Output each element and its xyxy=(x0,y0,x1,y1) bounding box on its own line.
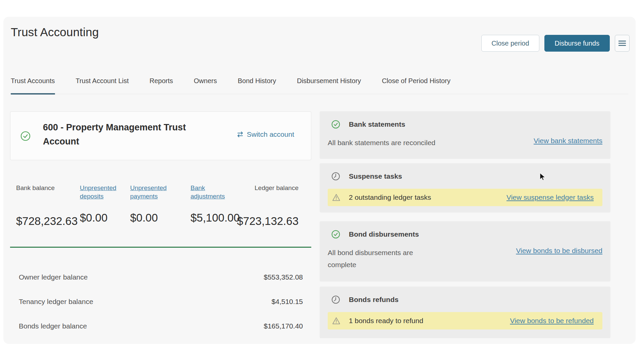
unpresented-payments-value: $0.00 xyxy=(130,212,182,224)
unpresented-deposits-link[interactable]: Unpresented deposits xyxy=(80,184,116,200)
hamburger-icon xyxy=(618,39,627,48)
owner-ledger-label: Owner ledger balance xyxy=(19,273,88,281)
check-circle-icon xyxy=(331,230,340,239)
tenancy-ledger-value: $4,510.15 xyxy=(272,298,303,306)
tenancy-ledger-row: Tenancy ledger balance $4,510.15 xyxy=(10,289,311,314)
panel-title: Bonds refunds xyxy=(349,296,398,304)
page-title: Trust Accounting xyxy=(11,25,99,39)
suspense-tasks-panel: Suspense tasks 2 outstanding ledger task… xyxy=(320,163,610,213)
bonds-ledger-row: Bonds ledger balance $165,170.40 xyxy=(10,314,311,338)
bank-adjustments-value: $5,100.00 xyxy=(191,212,236,224)
unpresented-payments-link[interactable]: Unpresented payments xyxy=(130,184,167,200)
ledger-balance-label: Ledger balance xyxy=(236,184,299,204)
suspense-alert-row: 2 outstanding ledger tasks View suspense… xyxy=(328,189,602,206)
balance-summary: Bank balance $728,232.63 Unpresented dep… xyxy=(16,184,299,228)
tab-close-of-period-history[interactable]: Close of Period History xyxy=(382,77,450,94)
alert-message: 2 outstanding ledger tasks xyxy=(349,193,506,201)
bank-balance-column: Bank balance $728,232.63 xyxy=(16,184,80,228)
disburse-funds-button[interactable]: Disburse funds xyxy=(544,35,610,52)
view-bank-statements-link[interactable]: View bank statements xyxy=(534,137,602,145)
tab-trust-accounts[interactable]: Trust Accounts xyxy=(11,77,55,94)
ledger-balances-list: Owner ledger balance $553,352.08 Tenancy… xyxy=(10,265,311,338)
unpresented-deposits-column: Unpresented deposits $0.00 xyxy=(80,184,130,228)
bonds-refund-alert-row: 1 bonds ready to refund View bonds to be… xyxy=(328,312,602,329)
account-name: 600 - Property Management Trust Account xyxy=(43,120,217,148)
panel-title: Bond disbursements xyxy=(349,230,419,238)
clock-icon xyxy=(331,295,340,304)
warning-triangle-icon xyxy=(332,193,341,201)
alert-message: 1 bonds ready to refund xyxy=(349,317,510,325)
green-divider xyxy=(10,247,311,248)
tab-bond-history[interactable]: Bond History xyxy=(238,77,276,94)
ledger-balance-value: $723,132.63 xyxy=(236,215,299,228)
warning-triangle-icon xyxy=(332,317,341,325)
bank-statements-panel: Bank statements All bank statements are … xyxy=(320,111,610,159)
bond-disbursements-panel: Bond disbursements All bond disbursement… xyxy=(320,221,610,282)
bonds-ledger-value: $165,170.40 xyxy=(264,322,303,330)
bonds-ledger-label: Bonds ledger balance xyxy=(19,322,87,330)
close-period-button[interactable]: Close period xyxy=(481,35,539,52)
header-actions: Close period Disburse funds xyxy=(481,35,630,52)
panel-body: All bond disbursements are complete View… xyxy=(328,247,602,271)
panel-title: Bank statements xyxy=(349,120,405,128)
panel-title: Suspense tasks xyxy=(349,172,402,180)
panel-header: Suspense tasks xyxy=(328,172,602,181)
switch-account-label: Switch account xyxy=(247,130,294,138)
view-bonds-to-be-disbursed-link[interactable]: View bonds to be disbursed xyxy=(516,247,602,255)
tab-owners[interactable]: Owners xyxy=(194,77,217,94)
switch-arrows-icon xyxy=(236,131,244,138)
mouse-cursor xyxy=(539,173,546,181)
panel-message: All bank statements are reconciled xyxy=(328,137,435,149)
view-bonds-to-be-refunded-link[interactable]: View bonds to be refunded xyxy=(510,317,594,325)
clock-icon xyxy=(331,172,340,181)
tenancy-ledger-label: Tenancy ledger balance xyxy=(19,298,93,306)
owner-ledger-value: $553,352.08 xyxy=(264,273,303,281)
panel-header: Bond disbursements xyxy=(328,230,602,239)
bank-balance-value: $728,232.63 xyxy=(16,215,80,228)
bank-adjustments-column: Bank adjustments $5,100.00 xyxy=(182,184,236,228)
panel-header: Bonds refunds xyxy=(328,295,602,304)
panel-header: Bank statements xyxy=(328,120,602,129)
bank-adjustments-link[interactable]: Bank adjustments xyxy=(191,184,225,200)
view-suspense-ledger-tasks-link[interactable]: View suspense ledger tasks xyxy=(506,193,594,201)
panel-body: All bank statements are reconciled View … xyxy=(328,137,602,149)
check-circle-icon xyxy=(331,120,340,129)
selected-account-card: 600 - Property Management Trust Account … xyxy=(10,111,311,160)
tab-bar: Trust Accounts Trust Account List Report… xyxy=(11,77,628,94)
status-panels: Bank statements All bank statements are … xyxy=(320,111,610,338)
bonds-refunds-panel: Bonds refunds 1 bonds ready to refund Vi… xyxy=(320,287,610,338)
check-circle-icon xyxy=(20,131,31,141)
unpresented-deposits-value: $0.00 xyxy=(80,212,130,224)
owner-ledger-row: Owner ledger balance $553,352.08 xyxy=(10,265,311,289)
switch-account-link[interactable]: Switch account xyxy=(236,130,294,138)
unpresented-payments-column: Unpresented payments $0.00 xyxy=(130,184,182,228)
bank-balance-label: Bank balance xyxy=(16,184,80,204)
tab-trust-account-list[interactable]: Trust Account List xyxy=(76,77,129,94)
ledger-balance-column: Ledger balance $723,132.63 xyxy=(236,184,299,228)
more-menu-button[interactable] xyxy=(615,35,630,52)
panel-message: All bond disbursements are complete xyxy=(328,247,428,271)
tab-reports[interactable]: Reports xyxy=(150,77,173,94)
tab-disbursement-history[interactable]: Disbursement History xyxy=(297,77,361,94)
